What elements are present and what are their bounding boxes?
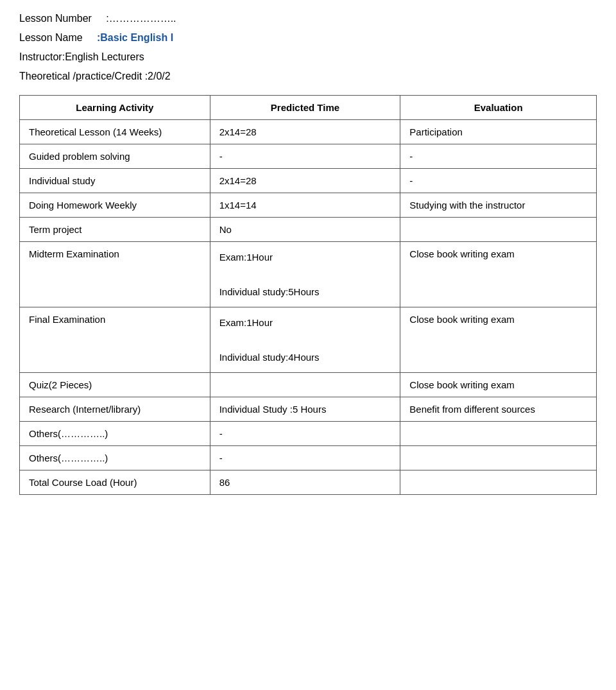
col-header-time: Predicted Time	[210, 96, 400, 120]
row-term-label: Term project	[20, 218, 210, 242]
col-header-evaluation: Evaluation	[400, 96, 597, 120]
lesson-number-row: Lesson Number :………………..	[19, 13, 597, 24]
row-research-time: Individual Study :5 Hours	[210, 397, 400, 422]
row-guided-eval: -	[400, 144, 597, 169]
table-row: Others(…………..) -	[20, 422, 597, 446]
row-others2-label: Others(…………..)	[20, 446, 210, 470]
lesson-number-label: Lesson Number	[19, 13, 92, 24]
table-row: Quiz(2 Pieces) Close book writing exam	[20, 373, 597, 397]
table-row: Research (Internet/library) Individual S…	[20, 397, 597, 422]
row-quiz-eval: Close book writing exam	[400, 373, 597, 397]
row-midterm-time: Exam:1HourIndividual study:5Hours	[210, 242, 400, 307]
row-midterm-label: Midterm Examination	[20, 242, 210, 307]
row-total-label: Total Course Load (Hour)	[20, 470, 210, 495]
row-others1-eval	[400, 422, 597, 446]
table-row-final: Final Examination Exam:1HourIndividual s…	[20, 307, 597, 373]
row-research-label: Research (Internet/library)	[20, 397, 210, 422]
header-section: Lesson Number :……………….. Lesson Name :Bas…	[19, 13, 597, 82]
row-final-time: Exam:1HourIndividual study:4Hours	[210, 307, 400, 373]
table-row-midterm: Midterm Examination Exam:1HourIndividual…	[20, 242, 597, 307]
row-total-eval	[400, 470, 597, 495]
row-homework-eval: Studying with the instructor	[400, 193, 597, 218]
row-term-eval	[400, 218, 597, 242]
course-table: Learning Activity Predicted Time Evaluat…	[19, 95, 597, 495]
theoretical-row: Theoretical /practice/Credit :2/0/2	[19, 71, 597, 82]
row-others1-time: -	[210, 422, 400, 446]
lesson-name-label: Lesson Name	[19, 32, 83, 43]
theoretical-label: Theoretical /practice/Credit :2/0/2	[19, 71, 171, 82]
row-theoretical-lesson: Theoretical Lesson (14 Weeks)	[20, 120, 210, 144]
table-row-total: Total Course Load (Hour) 86	[20, 470, 597, 495]
table-row: Guided problem solving - -	[20, 144, 597, 169]
row-quiz-time	[210, 373, 400, 397]
table-row: Others(…………..) -	[20, 446, 597, 470]
table-row: Doing Homework Weekly 1x14=14 Studying w…	[20, 193, 597, 218]
row-final-label: Final Examination	[20, 307, 210, 373]
table-header-row: Learning Activity Predicted Time Evaluat…	[20, 96, 597, 120]
row-individual-eval: -	[400, 169, 597, 193]
lesson-number-value: :………………..	[106, 13, 176, 24]
lesson-name-value: :Basic English I	[97, 32, 173, 43]
row-homework-time: 1x14=14	[210, 193, 400, 218]
table-row: Individual study 2x14=28 -	[20, 169, 597, 193]
table-row: Term project No	[20, 218, 597, 242]
row-research-eval: Benefit from different sources	[400, 397, 597, 422]
row-others1-label: Others(…………..)	[20, 422, 210, 446]
row-total-value: 86	[210, 470, 400, 495]
row-others2-time: -	[210, 446, 400, 470]
row-guided-label: Guided problem solving	[20, 144, 210, 169]
row-theoretical-time: 2x14=28	[210, 120, 400, 144]
row-final-eval: Close book writing exam	[400, 307, 597, 373]
row-individual-label: Individual study	[20, 169, 210, 193]
instructor-row: Instructor:English Lecturers	[19, 51, 597, 63]
lesson-name-row: Lesson Name :Basic English I	[19, 32, 597, 44]
row-guided-time: -	[210, 144, 400, 169]
col-header-activity: Learning Activity	[20, 96, 210, 120]
instructor-label: Instructor:English Lecturers	[19, 51, 144, 62]
table-row: Theoretical Lesson (14 Weeks) 2x14=28 Pa…	[20, 120, 597, 144]
row-homework-label: Doing Homework Weekly	[20, 193, 210, 218]
row-others2-eval	[400, 446, 597, 470]
row-term-time: No	[210, 218, 400, 242]
row-midterm-eval: Close book writing exam	[400, 242, 597, 307]
row-individual-time: 2x14=28	[210, 169, 400, 193]
row-theoretical-eval: Participation	[400, 120, 597, 144]
row-quiz-label: Quiz(2 Pieces)	[20, 373, 210, 397]
